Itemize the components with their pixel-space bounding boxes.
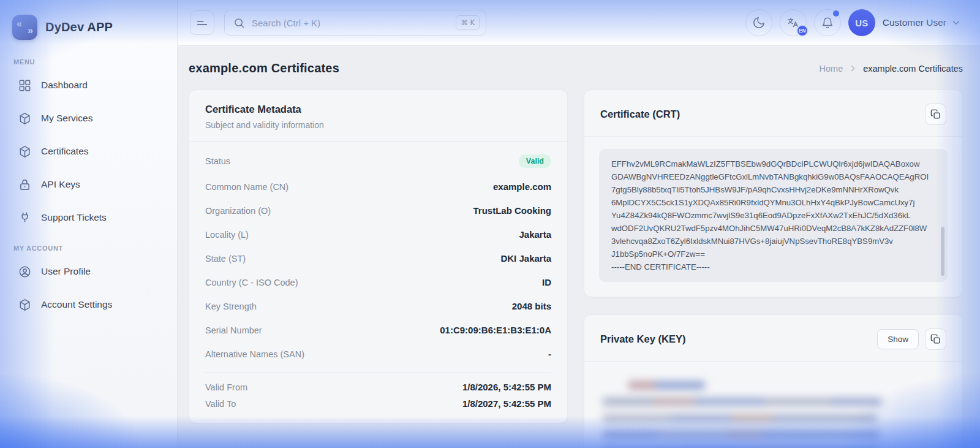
brand[interactable]: « » DyDev APP: [12, 15, 165, 40]
private-key-redacted-content: [603, 378, 944, 448]
user-menu[interactable]: Customer User: [883, 17, 962, 28]
metadata-row: Serial Number 01:C9:09:B6:E1:B3:E1:0A: [205, 318, 551, 342]
sidebar-item-label: Certificates: [41, 146, 89, 157]
avatar[interactable]: US: [848, 9, 875, 36]
certificate-line: 6MplDCYX5C5ck1S1yXDQAx85Ri0R9fxldQYMnu3O…: [611, 196, 935, 209]
search-box[interactable]: ⌘ K: [224, 10, 486, 36]
metadata-row-value: DKI Jakarta: [500, 253, 551, 264]
certificate-lines: EFFhv2vML9RCmakMaWLzIZ5FTBSEbw9dGQrBDcIP…: [611, 158, 935, 273]
redacted-line: [603, 398, 881, 406]
breadcrumb: Home example.com Certificates: [820, 64, 963, 74]
metadata-row-value: Jakarta: [519, 229, 551, 240]
certificate-line: GDAWBgNVHREEDzANggtleGFtcGxlLmNvbTANBgkq…: [611, 170, 935, 183]
certificate-line: -----END CERTIFICATE-----: [611, 260, 935, 273]
redacted-line: [603, 414, 877, 422]
certificate-line: wdODF2UvQKRU2TwdF5pzv4MOhJihC5MW47uHRi0D…: [611, 222, 935, 235]
sidebar-menu: Dashboard My Services Certificates API K…: [12, 73, 165, 230]
certificate-metadata-card: Certificate Metadata Subject and validit…: [189, 89, 568, 423]
validity-row-value: 1/8/2026, 5:42:55 PM: [462, 382, 551, 392]
validity-row-value: 1/8/2027, 5:42:55 PM: [462, 398, 551, 409]
cube-icon: [17, 297, 32, 312]
certificate-line: J1bbSp5noPK+O/7Fzw==: [611, 248, 935, 260]
sidebar-item[interactable]: Certificates: [12, 139, 165, 164]
sidebar-item-label: User Profile: [41, 266, 91, 277]
user-circle-icon: [17, 264, 32, 279]
search-input[interactable]: [252, 18, 450, 28]
menu-toggle-button[interactable]: [190, 10, 214, 35]
metadata-row: Key Strength 2048 bits: [205, 294, 551, 318]
search-shortcut-badge: ⌘ K: [456, 15, 480, 30]
metadata-card-title: Certificate Metadata: [205, 104, 551, 115]
certificate-text-area[interactable]: EFFhv2vML9RCmakMaWLzIZ5FTBSEbw9dGQrBDcIP…: [599, 149, 948, 282]
breadcrumb-home-link[interactable]: Home: [820, 64, 843, 74]
validity-row-label: Valid To: [205, 399, 236, 409]
certificate-crt-card: Certificate (CRT): [584, 89, 963, 297]
plug-icon: [17, 210, 32, 225]
app-logo-icon: « »: [12, 15, 37, 40]
metadata-row-value: 2048 bits: [512, 301, 551, 311]
notifications-button[interactable]: [814, 9, 841, 36]
copy-certificate-button[interactable]: [925, 104, 946, 125]
status-badge: Valid: [519, 154, 551, 168]
metadata-row: Locality (L) Jakarta: [205, 222, 551, 246]
sidebar-section-account: MY ACCOUNT: [13, 245, 165, 252]
sidebar: « » DyDev APP MENU Dashboard My Services…: [0, 0, 178, 448]
copy-icon: [930, 108, 941, 120]
copy-private-key-button[interactable]: [925, 328, 946, 350]
sidebar-item[interactable]: My Services: [12, 106, 165, 131]
metadata-row-value: 01:C9:09:B6:E1:B3:E1:0A: [440, 325, 551, 335]
redacted-line: [628, 381, 705, 389]
sidebar-item[interactable]: Support Tickets: [12, 205, 165, 230]
sidebar-item[interactable]: Dashboard: [12, 73, 165, 97]
certificate-line: 3vlehcvqa8ZxoT6Zyl6IxldskMNui87HVGs+8jai…: [611, 235, 935, 248]
grid-icon: [17, 78, 32, 93]
sidebar-item-label: My Services: [41, 113, 92, 124]
search-icon: [233, 17, 246, 29]
cube-icon: [17, 111, 32, 126]
metadata-row-value: example.com: [493, 181, 551, 192]
metadata-rows: Common Name (CN) example.com Organizatio…: [205, 175, 551, 366]
metadata-row-label: Common Name (CN): [205, 182, 288, 192]
status-row: Status Valid: [205, 148, 551, 175]
chevron-right-icon: [848, 64, 858, 73]
sidebar-item-label: API Keys: [41, 179, 80, 190]
key-card-title: Private Key (KEY): [600, 333, 685, 345]
breadcrumb-current: example.com Certificates: [863, 64, 963, 74]
metadata-row-value: ID: [542, 277, 551, 287]
metadata-row-label: Organization (O): [205, 206, 271, 216]
metadata-row-label: Locality (L): [205, 230, 249, 240]
metadata-row-label: Alternative Names (SAN): [205, 349, 304, 359]
sidebar-item-label: Account Settings: [41, 299, 112, 310]
sidebar-item[interactable]: User Profile: [12, 259, 165, 284]
moon-icon: [752, 16, 766, 29]
cube-icon: [17, 144, 32, 159]
sidebar-item[interactable]: API Keys: [12, 172, 165, 197]
sidebar-item-label: Dashboard: [41, 80, 88, 91]
metadata-row-label: State (ST): [205, 254, 246, 264]
certificate-line: Yu4Z84Zk94kQ8FWOzmmc7wvjlS9e31q6Eod9ADpz…: [611, 209, 935, 222]
show-private-key-button[interactable]: Show: [877, 329, 919, 349]
metadata-row: Common Name (CN) example.com: [205, 175, 551, 199]
validity-row-label: Valid From: [205, 382, 247, 392]
validity-row: Valid From 1/8/2026, 5:42:55 PM: [205, 379, 551, 395]
dark-mode-button[interactable]: [745, 9, 772, 36]
scrollbar-thumb[interactable]: [941, 227, 944, 276]
sidebar-item-label: Support Tickets: [41, 212, 107, 223]
metadata-row: State (ST) DKI Jakarta: [205, 246, 551, 270]
topbar: ⌘ K EN: [178, 0, 980, 46]
metadata-row: Alternative Names (SAN) -: [205, 342, 551, 366]
metadata-row-label: Country (C - ISO Code): [205, 278, 298, 287]
logo-chevrons-right: »: [28, 26, 33, 36]
bell-icon: [821, 16, 834, 29]
sidebar-section-menu: MENU: [13, 58, 165, 66]
lock-icon: [17, 177, 32, 192]
language-button[interactable]: EN: [780, 9, 807, 36]
app-name: DyDev APP: [45, 20, 113, 34]
status-label: Status: [205, 156, 230, 166]
sidebar-item[interactable]: Account Settings: [12, 292, 165, 317]
metadata-row-label: Serial Number: [205, 325, 262, 335]
chevron-down-icon: [951, 17, 962, 28]
page-title: example.com Certificates: [189, 61, 339, 75]
certificate-line: 7gtg5Bly88b5txqTli5Ttoh5JHBsW9JF/pA9qhCv…: [611, 183, 935, 196]
validity-rows: Valid From 1/8/2026, 5:42:55 PM Valid To…: [205, 372, 551, 412]
